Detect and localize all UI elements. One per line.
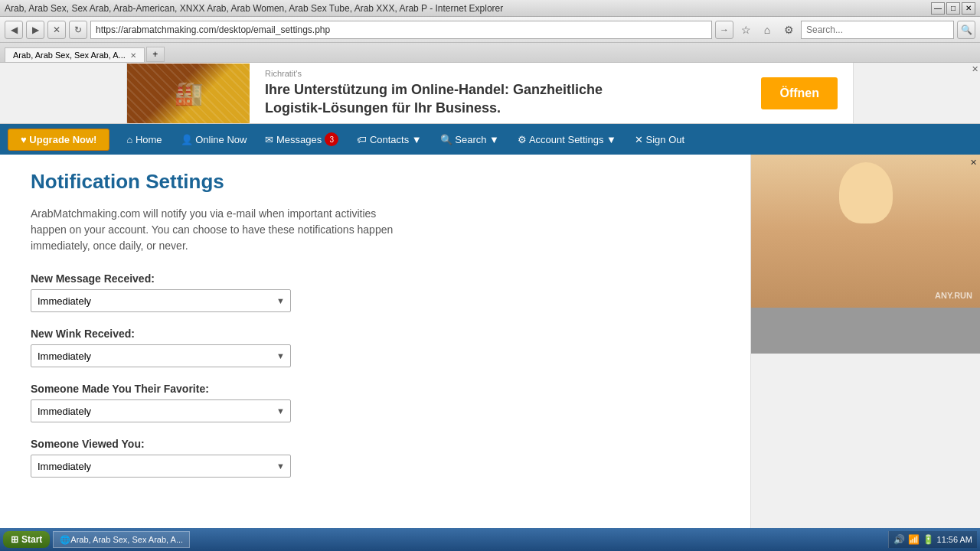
network-icon: 📶 bbox=[908, 534, 920, 545]
setting-label-new-wink: New Wink Received: bbox=[31, 328, 720, 340]
nav-contacts[interactable]: 🏷 Contacts ▼ bbox=[348, 124, 430, 155]
ad-image: 🏭 bbox=[127, 64, 250, 123]
upgrade-button[interactable]: ♥ Upgrade Now! bbox=[8, 129, 109, 151]
volume-icon[interactable]: 🔊 bbox=[893, 534, 905, 545]
favorites-icon[interactable]: ☆ bbox=[737, 21, 755, 39]
refresh-button[interactable]: ↻ bbox=[69, 21, 87, 39]
taskbar-ie-label: Arab, Arab Sex, Sex Arab, A... bbox=[70, 535, 183, 544]
page-description: ArabMatchmaking.com will notify you via … bbox=[31, 206, 413, 254]
setting-label-favorite: Someone Made You Their Favorite: bbox=[31, 383, 720, 395]
setting-viewed: Someone Viewed You: Immediately Once Dai… bbox=[31, 438, 720, 478]
start-button[interactable]: ⊞ Start bbox=[3, 531, 50, 548]
browser-titlebar: Arab, Arab Sex, Sex Arab, Arab-American,… bbox=[0, 0, 980, 17]
setting-label-viewed: Someone Viewed You: bbox=[31, 438, 720, 450]
new-tab-button[interactable]: + bbox=[146, 47, 165, 62]
nav-home[interactable]: ⌂ Home bbox=[117, 124, 171, 155]
gear-settings-icon[interactable]: ⚙ bbox=[779, 21, 798, 39]
taskbar-ie-icon: 🌐 bbox=[60, 535, 70, 545]
page-body: Notification Settings ArabMatchmaking.co… bbox=[0, 155, 980, 551]
browser-title: Arab, Arab Sex, Sex Arab, Arab-American,… bbox=[5, 3, 931, 14]
ad-close-icon[interactable]: ✕ bbox=[972, 64, 978, 74]
forward-button[interactable]: ▶ bbox=[26, 21, 44, 39]
nav-messages[interactable]: ✉ Messages 3 bbox=[256, 124, 348, 155]
nav-messages-label: ✉ Messages bbox=[265, 134, 322, 145]
taskbar: ⊞ Start 🌐 Arab, Arab Sex, Sex Arab, A...… bbox=[0, 528, 980, 551]
nav-signout[interactable]: ✕ Sign Out bbox=[626, 124, 694, 155]
sidebar-ad-watermark: ANY.RUN bbox=[935, 291, 972, 300]
content-area: Notification Settings ArabMatchmaking.co… bbox=[0, 155, 750, 551]
minimize-button[interactable]: — bbox=[931, 2, 945, 15]
search-button[interactable]: 🔍 bbox=[957, 21, 975, 39]
ad-open-button[interactable]: Öffnen bbox=[761, 77, 838, 109]
sidebar-ad-image-area: ANY.RUN ✕ bbox=[751, 155, 980, 308]
sidebar-ad: ANY.RUN ✕ bbox=[750, 155, 980, 551]
site-navigation: ♥ Upgrade Now! ⌂ Home 👤 Online Now ✉ Mes… bbox=[0, 124, 980, 155]
ad-headline: Ihre Unterstützung im Online-Handel: Gan… bbox=[265, 81, 746, 117]
select-new-message[interactable]: Immediately Once Daily Never bbox=[31, 289, 291, 312]
nav-account-settings[interactable]: ⚙ Account Settings ▼ bbox=[508, 124, 626, 155]
address-bar[interactable]: https://arabmatchmaking.com/desktop/emai… bbox=[90, 21, 712, 39]
stop-button[interactable]: ✕ bbox=[47, 21, 66, 39]
address-url: https://arabmatchmaking.com/desktop/emai… bbox=[96, 24, 330, 35]
taskbar-ie-item[interactable]: 🌐 Arab, Arab Sex, Sex Arab, A... bbox=[53, 531, 190, 548]
tab-active[interactable]: Arab, Arab Sex, Sex Arab, A... ✕ bbox=[5, 47, 145, 62]
tab-close-icon[interactable]: ✕ bbox=[130, 51, 136, 60]
select-new-wink[interactable]: Immediately Once Daily Never bbox=[31, 344, 291, 367]
window-controls: — □ ✕ bbox=[931, 2, 975, 15]
select-wrapper-viewed: Immediately Once Daily Never bbox=[31, 455, 291, 478]
tab-label: Arab, Arab Sex, Sex Arab, A... bbox=[13, 51, 126, 60]
setting-new-message: New Message Received: Immediately Once D… bbox=[31, 272, 720, 312]
select-viewed[interactable]: Immediately Once Daily Never bbox=[31, 455, 291, 478]
ad-banner-inner: 🏭 Richratit's Ihre Unterstützung im Onli… bbox=[126, 63, 854, 124]
clock: 11:56 AM bbox=[937, 535, 972, 544]
setting-label-new-message: New Message Received: bbox=[31, 272, 720, 285]
taskbar-tray: 🔊 📶 🔋 11:56 AM bbox=[888, 531, 977, 548]
browser-icons: ☆ ⌂ ⚙ bbox=[737, 21, 798, 39]
ad-logo: Richratit's bbox=[265, 69, 746, 78]
start-label: Start bbox=[21, 534, 42, 545]
sidebar-ad-close-icon[interactable]: ✕ bbox=[970, 158, 977, 168]
sidebar-ad-bottom bbox=[751, 308, 980, 354]
search-input[interactable] bbox=[801, 21, 954, 39]
go-button[interactable]: → bbox=[715, 21, 733, 39]
nav-online[interactable]: 👤 Online Now bbox=[172, 124, 256, 155]
messages-badge: 3 bbox=[325, 132, 338, 146]
nav-search[interactable]: 🔍 Search ▼ bbox=[431, 124, 508, 155]
select-favorite[interactable]: Immediately Once Daily Never bbox=[31, 399, 291, 422]
select-wrapper-new-message: Immediately Once Daily Never bbox=[31, 289, 291, 312]
home-icon[interactable]: ⌂ bbox=[758, 21, 776, 39]
select-wrapper-new-wink: Immediately Once Daily Never bbox=[31, 344, 291, 367]
setting-favorite: Someone Made You Their Favorite: Immedia… bbox=[31, 383, 720, 422]
page-title: Notification Settings bbox=[31, 170, 720, 194]
maximize-button[interactable]: □ bbox=[946, 2, 960, 15]
close-button[interactable]: ✕ bbox=[962, 2, 975, 15]
browser-toolbar: ◀ ▶ ✕ ↻ https://arabmatchmaking.com/desk… bbox=[0, 17, 980, 43]
ad-content: Richratit's Ihre Unterstützung im Online… bbox=[250, 63, 761, 123]
setting-new-wink: New Wink Received: Immediately Once Dail… bbox=[31, 328, 720, 367]
browser-tab-bar: Arab, Arab Sex, Sex Arab, A... ✕ + bbox=[0, 43, 980, 63]
select-wrapper-favorite: Immediately Once Daily Never bbox=[31, 399, 291, 422]
ad-banner: 🏭 Richratit's Ihre Unterstützung im Onli… bbox=[0, 63, 980, 124]
back-button[interactable]: ◀ bbox=[5, 21, 23, 39]
start-icon: ⊞ bbox=[11, 534, 18, 545]
battery-icon: 🔋 bbox=[923, 534, 934, 545]
